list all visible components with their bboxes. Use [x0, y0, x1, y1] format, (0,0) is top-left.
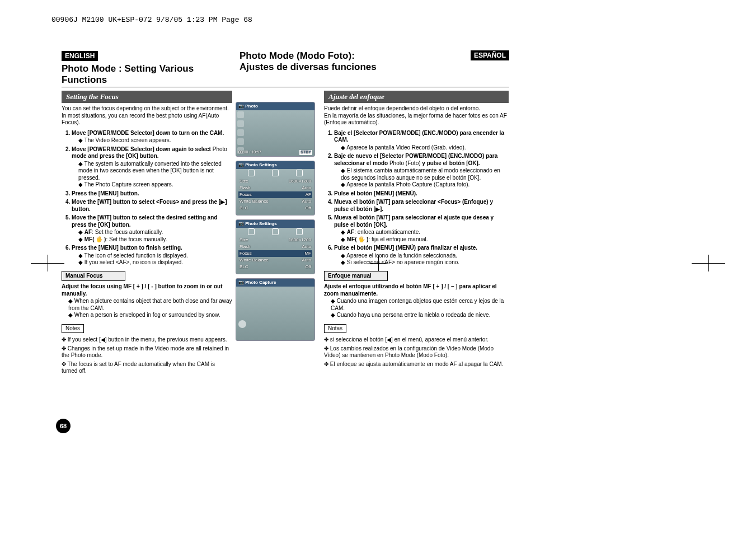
step-5-en: Move the [W/T] button to select the desi…: [72, 214, 232, 243]
row-label: Size: [240, 179, 248, 184]
settings-row: FlashAuto: [238, 243, 312, 250]
intro1-es: Puede definir el enfoque dependiendo del…: [324, 105, 480, 111]
file-icon: [237, 138, 244, 145]
shot-number-6: 6: [236, 279, 236, 287]
row-label: Flash: [240, 244, 251, 250]
divider: [62, 87, 509, 87]
row-value: Off: [305, 205, 311, 211]
camera-icon: 📷: [238, 162, 244, 168]
manual-bullet1-es: Cuando una imagen contenga objetos que e…: [331, 298, 509, 312]
shot-number-2: 2: [236, 102, 236, 110]
step-6-es: Pulse el botón [MENU] (MENÚ) para finali…: [334, 245, 509, 266]
screenshot-2: 2 📷 Photo 00:00 / 10:57 STBY: [236, 102, 315, 157]
step-6-text-es: Pulse el botón [MENU] (MENÚ) para finali…: [334, 245, 477, 251]
mf-label-es: MF( 🖐 ): [347, 236, 369, 242]
row-value: AF: [306, 192, 311, 198]
step-2c: mode and press the [OK] button.: [72, 153, 159, 159]
row-label: White Balance: [240, 257, 269, 263]
intro2-en: In most situations, you can record the b…: [62, 113, 219, 126]
print-header: 00906J M2100 UK+ESP-072 9/8/05 1:23 PM P…: [51, 16, 252, 24]
mf-hand-icon: [238, 320, 246, 328]
screenshot-6: 6 📷 Photo Capture: [236, 278, 315, 341]
step-6-text: Press the [MENU] button to finish settin…: [72, 245, 182, 251]
shot-number-5: 5: [236, 220, 236, 228]
row-value: 1600×1200: [289, 237, 311, 243]
section-bar-spanish: Ajuste del enfoque: [324, 91, 509, 103]
voice-icon: [237, 129, 244, 136]
af-desc: : Set the focus automatically.: [92, 229, 163, 235]
notes-list-en: If you select [◀] button in the menu, th…: [62, 336, 232, 375]
note1-en: If you select [◀] button in the menu, th…: [62, 336, 232, 344]
lang-badge-spanish: ESPAÑOL: [471, 50, 509, 60]
af-label: AF: [84, 229, 92, 235]
spanish-column: Ajuste del enfoque Puede definir el enfo…: [318, 91, 509, 377]
row-value: 1600×1200: [289, 179, 311, 184]
settings-row: BLCOff: [238, 264, 312, 270]
shot6-title: Photo Capture: [245, 280, 276, 285]
step-5-bullet2: MF( 🖐 ): Set the focus manually.: [78, 236, 232, 243]
step-1-en: Move [POWER/MODE Selector] down to turn …: [72, 130, 232, 144]
nav-ok-icon: [272, 170, 279, 176]
manual-bullet2-es: Cuando haya una persona entre la niebla …: [331, 312, 509, 319]
step-2-es: Baje de nuevo el [Selector POWER/MODE] (…: [334, 153, 509, 189]
step-6-bullet1: The icon of selected function is display…: [78, 252, 232, 260]
af-desc-es: : enfoca automáticamente.: [354, 229, 420, 235]
title-row: ENGLISH Photo Mode : Setting Various Fun…: [62, 50, 509, 86]
mf-label: MF( 🖐 ): [84, 236, 106, 242]
step-1-bullet-es: Aparece la pantalla Video Record (Grab. …: [341, 144, 509, 152]
notes-label-es: Notas: [324, 324, 346, 334]
shot5-title: Photo Settings: [245, 221, 276, 227]
screenshot-4: 4 📷 Photo Settings Size1600×1200 FlashAu…: [236, 161, 315, 216]
step-6-en: Press the [MENU] button to finish settin…: [72, 245, 232, 266]
row-value: Auto: [302, 257, 311, 263]
step-3-es: Pulse el botón [MENU] (MENÚ).: [334, 190, 509, 198]
row-label: Focus: [240, 251, 252, 256]
main-title-english: Photo Mode : Setting Various Functions: [62, 63, 236, 86]
music-icon: [237, 120, 244, 127]
row-value: Auto: [302, 199, 311, 204]
step-2-bullet1: The system is automatically converted in…: [78, 161, 232, 182]
step-5-text: Move the [W/T] button to select the desi…: [72, 214, 218, 228]
video-icon: [237, 111, 244, 118]
step-2b: Photo: [213, 146, 227, 152]
settings-row: BLCOff: [238, 205, 312, 212]
manual-focus-para-es: Ajuste el enfoque utilizando el botón MF…: [324, 283, 509, 297]
row-value: Auto: [302, 185, 311, 191]
af-label-es: AF: [347, 229, 354, 235]
intro-english: You can set the focus depending on the s…: [62, 105, 232, 127]
notes-label-en: Notes: [62, 324, 84, 334]
step-2-bullet1-es: El sistema cambia automáticamente al mod…: [341, 167, 509, 181]
row-label: Flash: [240, 185, 251, 191]
camera-icon: 📷: [238, 221, 244, 227]
note3-en: The focus is set to AF mode automaticall…: [62, 361, 232, 375]
lang-badge-english: ENGLISH: [62, 51, 98, 61]
nav-t-icon: [296, 228, 303, 235]
note3-es: El enfoque se ajusta automáticamente en …: [324, 361, 509, 368]
step-4-es: Mueva el botón [W/T] para seleccionar <F…: [334, 199, 509, 213]
settings-row: Size1600×1200: [238, 178, 312, 185]
step-5-bullet1-es: AF: enfoca automáticamente.: [341, 229, 509, 236]
row-value: Auto: [302, 244, 311, 250]
row-label: Size: [240, 237, 248, 243]
note2-es: Los cambios realizados en la configuraci…: [324, 345, 509, 359]
mf-desc-es: : fija el enfoque manual.: [368, 236, 428, 242]
step-6-bullet2-es: Si selecciona <AF> no aparece ningún ico…: [341, 259, 509, 266]
section-bar-english: Setting the Focus: [62, 91, 232, 103]
settings-row: White BalanceAuto: [238, 257, 312, 264]
intro-spanish: Puede definir el enfoque dependiendo del…: [324, 105, 509, 127]
step-5-bullet1: AF: Set the focus automatically.: [78, 229, 232, 236]
step-2-bullet2: The Photo Capture screen appears.: [78, 181, 232, 189]
manual-bullet1-en: When a picture contains object that are …: [68, 298, 232, 312]
step-2b-es: Photo: [389, 160, 404, 166]
step-2-en: Move [POWER/MODE Selector] down again to…: [72, 146, 232, 189]
step-2a: Move [POWER/MODE Selector] down again to…: [72, 146, 213, 152]
step-2-bullet2-es: Aparece la pantalla Photo Capture (Captu…: [341, 181, 509, 189]
shot2-title: Photo: [245, 104, 258, 109]
settings-row: FlashAuto: [238, 185, 312, 191]
step-3-en: Press the [MENU] button.: [72, 190, 232, 198]
row-label: Focus: [240, 192, 252, 198]
main-title-spanish-line2: Ajustes de diversas funciones: [240, 62, 377, 73]
step-2c-es: (Foto): [404, 160, 420, 166]
settings-row-selected: FocusAF: [238, 191, 312, 198]
manual-bullet2-en: When a person is enveloped in fog or sur…: [68, 312, 232, 319]
